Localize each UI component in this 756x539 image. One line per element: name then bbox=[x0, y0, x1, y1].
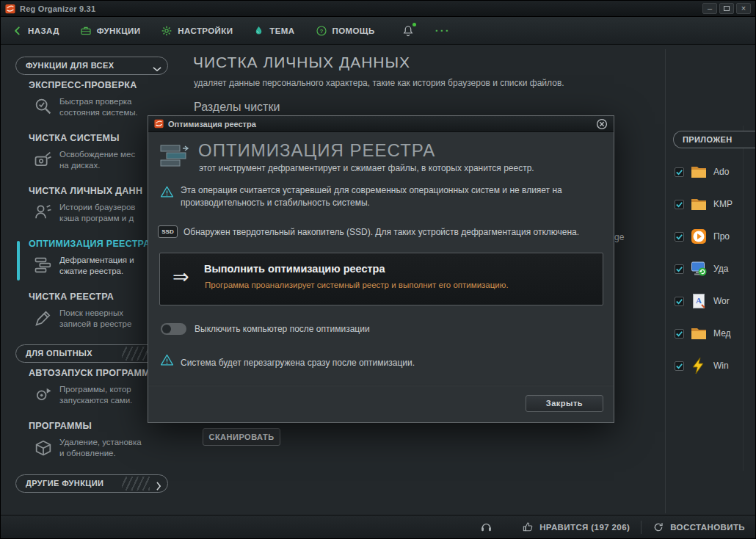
dialog-title-bar[interactable]: Оптимизация реестра bbox=[148, 116, 614, 132]
app-logo-icon bbox=[5, 4, 15, 14]
theme-button[interactable]: ТЕМА bbox=[253, 25, 294, 36]
checkbox-checked[interactable] bbox=[675, 361, 684, 371]
sidebar-item-desc-line2: и обновление. bbox=[59, 448, 171, 459]
dialog-logo-icon bbox=[154, 119, 164, 129]
app-row[interactable]: A Wor bbox=[675, 292, 741, 311]
restore-button[interactable]: ВОССТАНОВИТЬ bbox=[653, 521, 745, 533]
cleanup-sections-title: Разделы чистки bbox=[194, 101, 280, 114]
folder-icon bbox=[690, 195, 708, 213]
like-label: НРАВИТСЯ (197 206) bbox=[539, 523, 630, 532]
ssd-note-text: Обнаружен твердотельный накопитель (SSD)… bbox=[183, 227, 579, 237]
bell-icon bbox=[401, 24, 415, 37]
app-label: Про bbox=[713, 231, 741, 242]
dialog-subheading: этот инструмент дефрагментирует и сжимае… bbox=[199, 163, 534, 173]
app-row[interactable]: Про bbox=[675, 227, 741, 246]
run-optimization-title: Выполнить оптимизацию реестра bbox=[204, 263, 385, 275]
app-label: Wor bbox=[713, 296, 741, 306]
title-bar: Reg Organizer 9.31 – × bbox=[1, 1, 755, 17]
gear-icon bbox=[161, 25, 172, 37]
uninstall-monitor-icon bbox=[690, 260, 708, 278]
notifications-button[interactable] bbox=[401, 24, 415, 37]
apps-column-divider bbox=[743, 126, 744, 471]
sidebar-header-other-functions[interactable]: ДРУГИЕ ФУНКЦИИ bbox=[15, 474, 168, 493]
app-row[interactable]: KMP bbox=[675, 195, 741, 214]
back-arrow-icon bbox=[12, 26, 23, 36]
stripes-decoration bbox=[122, 477, 150, 491]
sidebar-header-label: ФУНКЦИИ ДЛЯ ВСЕХ bbox=[26, 61, 114, 70]
registry-optimization-dialog: Оптимизация реестра ОПТИМИЗАЦИЯ РЕЕСТРА … bbox=[148, 115, 614, 423]
app-row[interactable]: Мед bbox=[675, 324, 741, 343]
applications-header-label: ПРИЛОЖЕН bbox=[683, 135, 733, 144]
minimize-button[interactable]: – bbox=[702, 3, 717, 14]
document-icon: A bbox=[690, 292, 708, 310]
app-label: Уда bbox=[713, 264, 741, 274]
package-box-icon bbox=[32, 435, 55, 460]
checkbox-checked[interactable] bbox=[675, 264, 684, 274]
app-row[interactable]: Win bbox=[675, 356, 741, 375]
functions-button[interactable]: ФУНКЦИИ bbox=[80, 25, 141, 37]
svg-text:A: A bbox=[696, 296, 702, 305]
app-label: Win bbox=[713, 361, 741, 371]
dialog-close-icon[interactable] bbox=[596, 118, 608, 130]
checkbox-checked[interactable] bbox=[675, 167, 684, 177]
minimize-icon: – bbox=[708, 4, 712, 12]
sidebar-header-label: ДРУГИЕ ФУНКЦИИ bbox=[26, 479, 103, 488]
checkbox-checked[interactable] bbox=[675, 329, 684, 339]
functions-label: ФУНКЦИИ bbox=[97, 26, 141, 35]
dialog-footer-divider bbox=[148, 385, 614, 386]
chevron-right-icon bbox=[156, 480, 161, 493]
checkbox-checked[interactable] bbox=[675, 297, 684, 306]
sidebar-item-desc-line1: Удаление, установка bbox=[59, 437, 171, 448]
lightning-icon bbox=[690, 357, 708, 375]
page-title: ЧИСТКА ЛИЧНЫХ ДАННЫХ bbox=[193, 54, 410, 71]
dialog-close-button[interactable]: Закрыть bbox=[526, 395, 603, 412]
status-bar: НРАВИТСЯ (197 206) ВОССТАНОВИТЬ bbox=[1, 515, 755, 538]
headphones-icon[interactable] bbox=[480, 521, 493, 533]
sidebar-item-programs[interactable]: ПРОГРАММЫ Удаление, установка и обновлен… bbox=[15, 421, 172, 468]
app-row[interactable]: Ado bbox=[675, 162, 741, 181]
deprecated-warning-text: Эта операция считается устаревшей для со… bbox=[181, 184, 608, 209]
help-button[interactable]: ? ПОМОЩЬ bbox=[316, 25, 375, 37]
statusbar-divider bbox=[641, 521, 641, 534]
disk-cleanup-icon bbox=[32, 147, 55, 172]
run-optimization-button[interactable]: ⇒ Выполнить оптимизацию реестра Программ… bbox=[159, 253, 603, 305]
settings-label: НАСТРОЙКИ bbox=[178, 26, 233, 35]
run-optimization-description: Программа проанализирует системный реест… bbox=[205, 281, 509, 289]
autostart-icon bbox=[32, 382, 55, 407]
main-toolbar: НАЗАД ФУНКЦИИ НАСТРОЙКИ ТЕМА ? ПОМОЩЬ ··… bbox=[1, 17, 755, 45]
notification-dot bbox=[412, 23, 416, 26]
maximize-button[interactable] bbox=[719, 3, 734, 14]
briefcase-icon bbox=[80, 25, 92, 37]
warning-triangle-icon bbox=[160, 353, 174, 370]
defrag-stack-icon bbox=[159, 141, 191, 175]
magnifier-check-icon bbox=[32, 94, 55, 119]
sidebar-header-functions-for-all[interactable]: ФУНКЦИИ ДЛЯ ВСЕХ bbox=[15, 57, 168, 75]
dialog-title: Оптимизация реестра bbox=[168, 120, 256, 129]
scan-button[interactable]: СКАНИРОВАТЬ bbox=[203, 428, 280, 446]
app-label: Мед bbox=[713, 328, 741, 339]
settings-button[interactable]: НАСТРОЙКИ bbox=[161, 25, 233, 37]
restore-circular-arrow-icon bbox=[653, 521, 664, 533]
more-button[interactable]: ··· bbox=[435, 24, 451, 37]
help-label: ПОМОЩЬ bbox=[332, 26, 375, 35]
restore-label: ВОССТАНОВИТЬ bbox=[670, 523, 745, 532]
restart-warning-text: Система будет перезагружена сразу после … bbox=[181, 358, 415, 368]
page-subtitle: удаляет данные персонального характера, … bbox=[194, 78, 564, 88]
back-button[interactable]: НАЗАД bbox=[12, 26, 59, 36]
close-button[interactable]: × bbox=[736, 3, 751, 14]
checkbox-checked[interactable] bbox=[675, 200, 684, 209]
ellipsis-icon: ··· bbox=[435, 24, 451, 37]
thumbs-up-icon bbox=[522, 521, 534, 533]
stripes-decoration bbox=[122, 347, 150, 361]
registry-optimize-icon bbox=[32, 253, 55, 278]
media-player-icon bbox=[690, 228, 708, 245]
app-row[interactable]: Уда bbox=[675, 259, 741, 278]
checkbox-checked[interactable] bbox=[675, 232, 684, 242]
shutdown-after-toggle[interactable] bbox=[161, 323, 186, 335]
selected-accent-bar bbox=[17, 241, 20, 281]
toggle-knob bbox=[162, 325, 171, 333]
like-button[interactable]: НРАВИТСЯ (197 206) bbox=[522, 521, 630, 533]
applications-header[interactable]: ПРИЛОЖЕН bbox=[673, 131, 756, 148]
registry-cleanup-icon bbox=[32, 305, 55, 330]
sidebar-header-for-advanced[interactable]: ДЛЯ ОПЫТНЫХ bbox=[15, 344, 168, 363]
